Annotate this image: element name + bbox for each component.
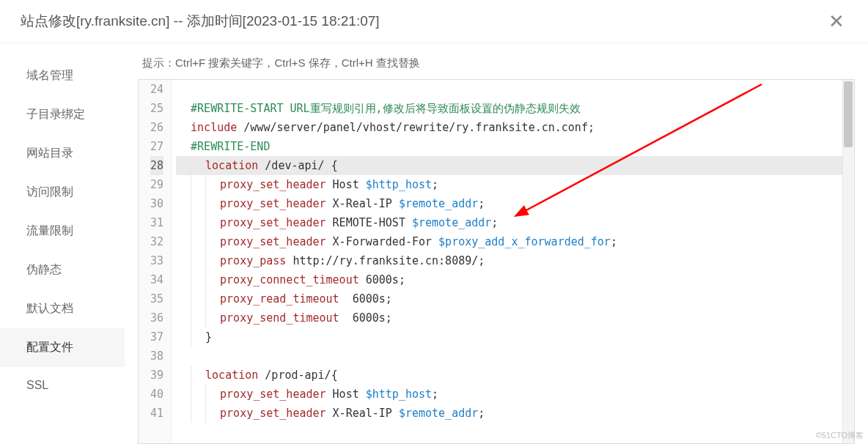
indent-guide xyxy=(176,194,191,213)
vertical-scrollbar[interactable] xyxy=(842,80,854,443)
indent-guide xyxy=(176,99,191,118)
code-token: include xyxy=(191,118,237,137)
code-line[interactable]: } xyxy=(176,328,854,347)
code-token: 6000s; xyxy=(339,289,392,308)
indent-guide xyxy=(191,366,205,385)
indent-guide xyxy=(191,404,205,423)
sidebar-item-1[interactable]: 子目录绑定 xyxy=(0,95,125,134)
modal-header: 站点修改[ry.franksite.cn] -- 添加时间[2023-01-15… xyxy=(0,0,868,43)
indent-guide xyxy=(205,385,220,404)
sidebar-item-0[interactable]: 域名管理 xyxy=(0,56,125,95)
sidebar-item-4[interactable]: 流量限制 xyxy=(0,212,125,251)
indent-guide xyxy=(176,289,191,308)
line-number: 26 xyxy=(150,118,163,137)
code-line[interactable]: proxy_set_header X-Real-IP $remote_addr; xyxy=(176,194,854,213)
code-editor[interactable]: 242526272829303132333435363738394041 #RE… xyxy=(139,80,854,443)
line-number: 41 xyxy=(150,404,163,423)
line-number: 32 xyxy=(150,232,163,251)
sidebar-item-7[interactable]: 配置文件 xyxy=(0,328,125,367)
sidebar-item-6[interactable]: 默认文档 xyxy=(0,289,125,328)
line-number: 24 xyxy=(150,80,163,99)
indent-guide xyxy=(205,308,220,328)
code-token: proxy_set_header xyxy=(220,213,326,232)
code-line[interactable]: proxy_set_header X-Real-IP $remote_addr; xyxy=(176,404,854,423)
code-token: 6000s; xyxy=(339,308,392,328)
indent-guide xyxy=(205,289,220,308)
line-number: 28 xyxy=(150,156,163,175)
code-line[interactable]: location /dev-api/ { xyxy=(176,156,854,175)
close-icon[interactable]: ✕ xyxy=(825,12,847,31)
code-line[interactable]: proxy_set_header Host $http_host; xyxy=(176,385,854,404)
sidebar-item-3[interactable]: 访问限制 xyxy=(0,173,125,212)
code-token: proxy_connect_timeout xyxy=(220,270,359,289)
indent-guide xyxy=(176,118,191,137)
scroll-thumb[interactable] xyxy=(844,81,853,147)
code-line[interactable]: include /www/server/panel/vhost/rewrite/… xyxy=(176,118,854,137)
indent-guide xyxy=(176,347,191,366)
code-line[interactable]: #REWRITE-START URL重写规则引用,修改后将导致面板设置的伪静态规… xyxy=(176,99,854,118)
indent-guide xyxy=(205,251,220,270)
indent-guide xyxy=(191,328,205,347)
watermark: ©51CTO博客 xyxy=(816,430,864,441)
indent-guide xyxy=(205,270,220,289)
code-line[interactable]: location /prod-api/{ xyxy=(176,366,854,385)
indent-guide xyxy=(176,404,191,423)
code-line[interactable] xyxy=(176,347,854,366)
code-token: location xyxy=(205,366,258,385)
indent-guide xyxy=(191,194,205,213)
indent-guide xyxy=(191,156,205,175)
code-token: ; xyxy=(478,194,485,213)
modal-body: 域名管理子目录绑定网站目录访问限制流量限制伪静态默认文档配置文件SSL 提示：C… xyxy=(0,43,868,444)
code-area[interactable]: #REWRITE-START URL重写规则引用,修改后将导致面板设置的伪静态规… xyxy=(172,80,854,443)
code-token: $proxy_add_x_forwarded_for xyxy=(438,232,611,251)
line-number: 33 xyxy=(150,251,163,270)
sidebar-item-2[interactable]: 网站目录 xyxy=(0,134,125,173)
code-line[interactable] xyxy=(176,80,854,99)
indent-guide xyxy=(191,289,205,308)
modal-title: 站点修改[ry.franksite.cn] -- 添加时间[2023-01-15… xyxy=(21,12,380,31)
line-number: 37 xyxy=(150,328,163,347)
site-edit-modal: 站点修改[ry.franksite.cn] -- 添加时间[2023-01-15… xyxy=(0,0,868,444)
code-line[interactable]: proxy_read_timeout 6000s; xyxy=(176,289,854,308)
line-number: 30 xyxy=(150,194,163,213)
code-token: } xyxy=(205,328,212,347)
code-token: /prod-api/{ xyxy=(258,366,337,385)
code-token: proxy_pass xyxy=(220,251,286,270)
code-token: proxy_set_header xyxy=(220,175,326,194)
code-token: /www/server/panel/vhost/rewrite/ry.frank… xyxy=(237,118,595,137)
code-token: proxy_set_header xyxy=(220,194,326,213)
indent-guide xyxy=(191,175,205,194)
editor-container: 242526272829303132333435363738394041 #RE… xyxy=(138,79,855,444)
line-number: 35 xyxy=(150,289,163,308)
code-token: X-Forwarded-For xyxy=(326,232,439,251)
code-line[interactable]: #REWRITE-END xyxy=(176,137,854,156)
indent-guide xyxy=(191,385,205,404)
indent-guide xyxy=(205,232,220,251)
code-line[interactable]: proxy_pass http://ry.franksite.cn:8089/; xyxy=(176,251,854,270)
code-line[interactable]: proxy_set_header REMOTE-HOST $remote_add… xyxy=(176,213,854,232)
code-token: $remote_addr xyxy=(399,404,478,423)
indent-guide xyxy=(176,328,191,347)
line-number: 39 xyxy=(150,366,163,385)
code-token: /dev-api/ { xyxy=(258,156,337,175)
line-number: 29 xyxy=(150,175,163,194)
code-token: Host xyxy=(326,385,366,404)
line-number: 40 xyxy=(150,385,163,404)
indent-guide xyxy=(176,175,191,194)
code-token: ; xyxy=(491,213,498,232)
indent-guide xyxy=(176,232,191,251)
indent-guide xyxy=(191,232,205,251)
code-line[interactable]: proxy_send_timeout 6000s; xyxy=(176,308,854,328)
line-number: 25 xyxy=(150,99,163,118)
code-line[interactable]: proxy_set_header Host $http_host; xyxy=(176,175,854,194)
main-panel: 提示：Ctrl+F 搜索关键字，Ctrl+S 保存，Ctrl+H 查找替换 24… xyxy=(125,43,868,444)
code-line[interactable]: proxy_set_header X-Forwarded-For $proxy_… xyxy=(176,232,854,251)
code-token: X-Real-IP xyxy=(326,404,399,423)
sidebar-item-8[interactable]: SSL xyxy=(0,367,125,404)
indent-guide xyxy=(176,137,191,156)
code-line[interactable]: proxy_connect_timeout 6000s; xyxy=(176,270,854,289)
code-token: Host xyxy=(326,175,366,194)
code-token: proxy_set_header xyxy=(220,404,326,423)
code-token: ; xyxy=(611,232,617,251)
sidebar-item-5[interactable]: 伪静态 xyxy=(0,251,125,289)
